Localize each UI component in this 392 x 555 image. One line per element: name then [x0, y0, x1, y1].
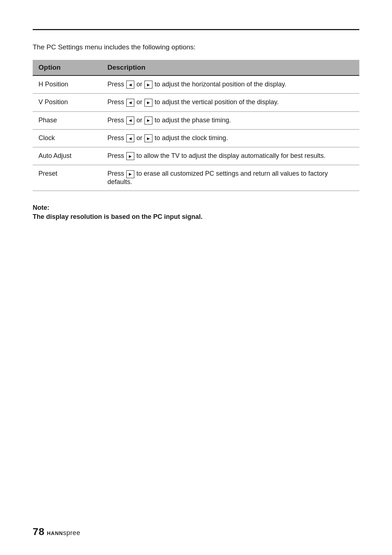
top-rule [33, 29, 359, 30]
intro-text: The PC Settings menu includes the follow… [33, 43, 359, 51]
table-row: PhasePress ◄ or ► to adjust the phase ti… [33, 111, 359, 129]
note-title: Note: [33, 204, 359, 212]
table-row: H PositionPress ◄ or ► to adjust the hor… [33, 76, 359, 94]
page-number: 78 [33, 526, 45, 538]
right-arrow-button: ► [126, 170, 134, 178]
left-arrow-button: ◄ [126, 134, 134, 142]
settings-table: Option Description H PositionPress ◄ or … [33, 60, 359, 191]
right-arrow-button: ► [144, 99, 152, 107]
brand-spree: spree [63, 529, 81, 537]
option-cell: Auto Adjust [33, 147, 102, 165]
description-cell: Press ◄ or ► to adjust the phase timing. [102, 111, 359, 129]
left-arrow-button: ◄ [126, 117, 134, 125]
table-header-row: Option Description [33, 60, 359, 76]
description-cell: Press ◄ or ► to adjust the horizontal po… [102, 76, 359, 94]
description-cell: Press ◄ or ► to adjust the clock timing. [102, 129, 359, 147]
option-cell: Phase [33, 111, 102, 129]
right-arrow-button: ► [126, 152, 134, 160]
option-cell: Preset [33, 165, 102, 191]
right-arrow-button: ► [144, 81, 152, 89]
left-arrow-button: ◄ [126, 81, 134, 89]
option-cell: V Position [33, 94, 102, 111]
brand-hann: HANN [47, 530, 63, 536]
left-arrow-button: ◄ [126, 99, 134, 107]
note-body: The display resolution is based on the P… [33, 213, 359, 221]
right-arrow-button: ► [144, 117, 152, 125]
right-arrow-button: ► [144, 134, 152, 142]
table-row: ClockPress ◄ or ► to adjust the clock ti… [33, 129, 359, 147]
page-footer: 78 HANNspree [33, 526, 80, 538]
note-section: Note: The display resolution is based on… [33, 204, 359, 221]
description-cell: Press ◄ or ► to adjust the vertical posi… [102, 94, 359, 111]
table-row: V PositionPress ◄ or ► to adjust the ver… [33, 94, 359, 111]
option-cell: Clock [33, 129, 102, 147]
page-container: The PC Settings menu includes the follow… [0, 0, 392, 555]
description-cell: Press ► to erase all customized PC setti… [102, 165, 359, 191]
col-description-header: Description [102, 60, 359, 76]
table-row: PresetPress ► to erase all customized PC… [33, 165, 359, 191]
table-row: Auto AdjustPress ► to allow the TV to ad… [33, 147, 359, 165]
option-cell: H Position [33, 76, 102, 94]
col-option-header: Option [33, 60, 102, 76]
description-cell: Press ► to allow the TV to adjust the di… [102, 147, 359, 165]
